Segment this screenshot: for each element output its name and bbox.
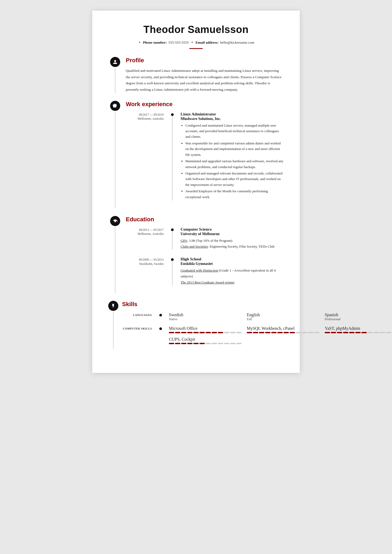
- email-label: Email address:: [195, 40, 218, 45]
- work-timeline: 09/2017 — 09/2019 Melbourne, Australia L…: [126, 112, 284, 208]
- edu-date-text-0: 09/2013 — 05/2017: [126, 228, 164, 232]
- edu-dot-1: [171, 258, 174, 261]
- cs-bar-seg: [349, 332, 355, 333]
- edu-date-1: 09/2009 — 05/2013 Stockholm, Sweden: [126, 257, 168, 285]
- cs-bar-seg: [308, 332, 313, 333]
- edu-location-1: Stockholm, Sweden: [126, 262, 164, 265]
- cs-bar-seg: [175, 332, 180, 333]
- cs-bar-seg: [337, 332, 342, 333]
- edu-entry-company-0: University of Melbourne: [181, 232, 284, 236]
- cs-bar-seg: [199, 343, 205, 344]
- education-title: Education: [126, 216, 284, 223]
- education-content: Education 09/2013 — 05/2017 Melbourne, A…: [122, 216, 284, 293]
- cs-bar-seg: [331, 332, 336, 333]
- edu-line-col-1: [168, 257, 176, 285]
- cs-bar-seg: [224, 343, 229, 344]
- edu-location-0: Melbourne, Australia: [126, 232, 164, 235]
- cs-bar-seg: [230, 332, 235, 333]
- work-bullet-0-2: Maintained and upgraded various hardware…: [185, 158, 284, 170]
- cs-bar-seg: [302, 332, 307, 333]
- education-icon: [110, 216, 120, 226]
- cs-bar-seg: [296, 332, 301, 333]
- edu-dot-0: [171, 228, 174, 231]
- work-entry-0: 09/2017 — 09/2019 Melbourne, Australia L…: [126, 112, 284, 201]
- cs-bar-seg: [169, 343, 174, 344]
- lang-level-0: Native: [169, 317, 241, 321]
- skills-icon-col: [108, 301, 118, 349]
- profile-section: Profile Qualified and motivated Linux Ad…: [108, 57, 284, 93]
- languages-row: LANGUAGES Swedish Native English: [122, 313, 392, 321]
- edu-line-0: [172, 232, 173, 249]
- cs-bar-seg: [361, 332, 367, 333]
- work-bullet-0-4: Awarded Employee of the Month for consta…: [185, 188, 284, 200]
- cs-bar-seg: [193, 332, 199, 333]
- dot-email: •: [191, 40, 193, 45]
- cs-bar-seg: [259, 332, 264, 333]
- phone-label: Phone number:: [143, 40, 167, 45]
- cs-bar-seg: [187, 332, 193, 333]
- work-icon: [110, 101, 120, 111]
- edu-entry-title-1: High School: [181, 257, 284, 261]
- cs-bar-seg: [212, 343, 217, 344]
- profile-layout: Profile Qualified and motivated Linux Ad…: [108, 57, 284, 93]
- work-line-col-0: [168, 112, 176, 201]
- edu-info-0: GPA: 3.98 (Top 10% of the Program) Clubs…: [181, 238, 284, 249]
- edu-line-col-0: [168, 227, 176, 249]
- cs-bar-seg: [218, 332, 223, 333]
- cs-bar-seg: [181, 332, 186, 333]
- work-dot-0: [171, 113, 174, 116]
- computer-label: COMPUTER SKILLS: [122, 326, 157, 330]
- work-title: Work experience: [126, 101, 284, 108]
- work-bullet-0-1: Was responsible for and completed variou…: [185, 140, 284, 157]
- cs-bar-seg: [224, 332, 229, 333]
- distinction-label: Graduated with Distinction: [181, 268, 218, 272]
- cs-name-2: YaST, phpMyAdmin: [325, 326, 392, 331]
- computer-skill-0: Microsoft Office: [169, 326, 241, 333]
- work-line-0: [172, 116, 173, 201]
- education-entry-1: 09/2009 — 05/2013 Stockholm, Sweden High…: [126, 257, 284, 285]
- cs-bar-seg: [247, 332, 252, 333]
- dot-phone: •: [139, 40, 140, 45]
- edu-info-1: Graduated with Distinction (Grade 1 - A/…: [181, 268, 284, 285]
- computer-skills-row: COMPUTER SKILLS Microsoft Office: [122, 326, 392, 344]
- profile-icon: [110, 57, 120, 67]
- work-vline: [115, 112, 115, 208]
- edu-line-1: [172, 261, 173, 285]
- work-bullets-0: Configured and maintained Linux servers,…: [181, 123, 284, 200]
- cs-bar-seg: [236, 343, 241, 344]
- cs-bar-seg: [271, 332, 277, 333]
- lang-level-1: Full: [247, 317, 319, 321]
- cs-bar-seg: [277, 332, 283, 333]
- computer-skill-2: YaST, phpMyAdmin: [325, 326, 392, 333]
- cs-bar-seg: [314, 332, 319, 333]
- education-entry-0: 09/2013 — 05/2017 Melbourne, Australia C…: [126, 227, 284, 249]
- header-divider: [189, 48, 203, 49]
- cs-bar-seg: [386, 332, 391, 333]
- profile-content: Profile Qualified and motivated Linux Ad…: [122, 57, 284, 93]
- education-icon-col: [108, 216, 122, 293]
- edu-entry-title-0: Computer Science: [181, 227, 284, 232]
- cs-name-extra: CUPS, Cockpit: [169, 337, 392, 342]
- languages-dot: [159, 314, 162, 316]
- cs-bar-seg: [236, 332, 241, 333]
- computer-dot-col: [157, 326, 165, 330]
- candidate-name: Theodor Samuelsson: [108, 24, 284, 35]
- profile-text: Qualified and motivated Linux Administra…: [126, 68, 284, 93]
- cs-bar-seg: [199, 332, 205, 333]
- work-location-0: Melbourne, Australia: [126, 117, 164, 120]
- profile-vline: [115, 68, 115, 93]
- languages-grid: Swedish Native English Full Spanish Prof…: [169, 313, 392, 321]
- cs-bar-seg: [193, 343, 199, 344]
- phone-value: 555-555-5555: [168, 40, 189, 45]
- edu-date-text-1: 09/2009 — 05/2013: [126, 257, 164, 262]
- lang-2: Spanish Professional: [325, 313, 392, 321]
- work-right-0: Linux Administrator Mindwave Solutions, …: [176, 112, 284, 201]
- cs-bar-seg: [374, 332, 379, 333]
- work-bullet-0-3: Organized and managed relevant documents…: [185, 170, 284, 188]
- cs-bar-seg: [187, 343, 193, 344]
- computer-dot: [159, 327, 162, 330]
- cs-bar-1: [247, 332, 319, 333]
- skills-icon: [108, 301, 118, 311]
- cs-bar-extra: [169, 343, 392, 344]
- work-layout: Work experience 09/2017 — 09/2019 Melbou…: [108, 101, 284, 208]
